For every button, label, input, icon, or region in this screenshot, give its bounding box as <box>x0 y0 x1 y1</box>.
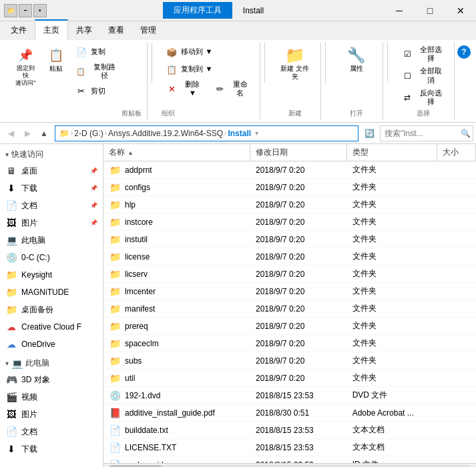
window-controls: ─ □ ✕ <box>384 0 476 21</box>
properties-button[interactable]: 🔧 属性 <box>335 44 377 75</box>
nav-buttons: ◀ ▶ ▲ <box>3 125 52 141</box>
paste-icon: 📋 <box>47 46 65 65</box>
copy-to-label: 复制到 ▼ <box>181 65 212 73</box>
address-path[interactable]: 📁 › 2-D (G:) › Ansys.Additive.19.2.Win64… <box>55 125 359 141</box>
pin-label: 固定到快速访问" <box>14 65 37 86</box>
file-row-license-txt[interactable]: 📄 LICENSE.TXT 2018/8/15 23:53 文本文档 <box>103 439 476 456</box>
sidebar-item-videos[interactable]: 🎬 视频 <box>0 388 103 406</box>
sidebar-item-documents[interactable]: 📄 文档 📌 <box>0 197 103 214</box>
sidebar-item-3d-objects[interactable]: 🎮 3D 对象 <box>0 371 103 388</box>
folder-row-hlp[interactable]: 📁 hlp 2018/9/7 0:20 文件夹 <box>103 196 476 213</box>
folder-row-subs[interactable]: 📁 subs 2018/9/7 0:20 文件夹 <box>103 352 476 370</box>
this-pc-section-header[interactable]: ▾ 💻 此电脑 <box>0 356 103 371</box>
new-folder-button[interactable]: 📁 新建 文件夹 <box>274 44 316 83</box>
sidebar-item-onedrive[interactable]: ☁ OneDrive <box>0 336 103 353</box>
back-button[interactable]: ◀ <box>3 125 19 141</box>
file-row-builddate[interactable]: 📄 builddate.txt 2018/8/15 23:53 文本文档 <box>103 422 476 439</box>
title-bar: 📁 ━ ▾ 应用程序工具 Install ─ □ ✕ <box>0 0 476 21</box>
sidebar-item-magnitude[interactable]: 📁 MAGNiTUDE <box>0 284 103 301</box>
col-date-header[interactable]: 修改日期 <box>250 144 347 161</box>
hscroll-thumb[interactable] <box>109 465 162 467</box>
copy-path-button[interactable]: 📋 复制路径 <box>71 61 122 81</box>
folder-row-prereq[interactable]: 📁 prereq 2018/9/7 0:20 文件夹 <box>103 318 476 335</box>
ribbon-group-open: 🔧 属性 打开 <box>330 43 383 119</box>
sidebar-item-keysight[interactable]: 📁 Keysight <box>0 266 103 284</box>
tab-share[interactable]: 共享 <box>68 19 100 40</box>
desktop-pin-icon: 📌 <box>90 167 97 174</box>
sidebar-item-thispc[interactable]: 💻 此电脑 <box>0 231 103 249</box>
help-button[interactable]: ? <box>457 45 471 59</box>
cut-button[interactable]: ✂ 剪切 <box>71 83 109 99</box>
folder-row-lmcenter[interactable]: 📁 lmcenter 2018/9/7 0:20 文件夹 <box>103 283 476 300</box>
sidebar-item-creative-cloud[interactable]: ☁ Creative Cloud F <box>0 318 103 336</box>
sidebar-item-desktop[interactable]: 🖥 桌面 📌 <box>0 162 103 179</box>
folder-row-manifest[interactable]: 📁 manifest 2018/9/7 0:20 文件夹 <box>103 300 476 318</box>
tab-view[interactable]: 查看 <box>100 19 132 40</box>
file-row-dvd[interactable]: 💿 192-1.dvd 2018/8/15 23:53 DVD 文件 <box>103 387 476 404</box>
folder-row-addprnt[interactable]: 📁 addprnt 2018/9/7 0:20 文件夹 <box>103 161 476 179</box>
col-type-header[interactable]: 类型 <box>347 144 437 161</box>
copy-button[interactable]: 📄 复制 <box>71 44 109 60</box>
sidebar-item-c-drive[interactable]: 💿 0-C (C:) <box>0 249 103 266</box>
folder-row-license[interactable]: 📁 license 2018/9/7 0:20 文件夹 <box>103 248 476 266</box>
delete-rename-row: ✕ 删除 ▼ ✏ 重命名 <box>162 79 254 99</box>
txt-file-icon: 📄 <box>109 425 121 436</box>
folder-row-instutil[interactable]: 📁 instutil 2018/9/7 0:20 文件夹 <box>103 231 476 248</box>
folder-row-spaceclm[interactable]: 📁 spaceclm 2018/9/7 0:20 文件夹 <box>103 335 476 352</box>
file-row-package-id[interactable]: 📄 package.id 2018/8/15 23:53 ID 文件 <box>103 456 476 463</box>
folder-row-util[interactable]: 📁 util 2018/9/7 0:20 文件夹 <box>103 370 476 387</box>
minimize-button[interactable]: ─ <box>384 0 415 21</box>
ribbon-divider-2 <box>264 43 265 83</box>
delete-label: 删除 ▼ <box>181 80 204 97</box>
quick-access-expand-icon: ▾ <box>5 151 9 158</box>
quick-access-icon1: ━ <box>19 4 32 17</box>
close-button[interactable]: ✕ <box>445 0 476 21</box>
ribbon-divider-4 <box>387 43 388 83</box>
horizontal-scrollbar[interactable] <box>103 463 476 467</box>
desktop-label: 桌面 <box>21 165 37 177</box>
select-all-button[interactable]: ☑ 全部选择 <box>397 44 449 64</box>
sidebar-item-documents-thispc[interactable]: 📄 文档 <box>0 423 103 440</box>
txt-license-icon: 📄 <box>109 442 121 453</box>
3d-objects-icon: 🎮 <box>5 374 17 385</box>
move-to-button[interactable]: 📦 移动到 ▼ <box>162 44 254 60</box>
downloads-label: 下载 <box>21 183 37 194</box>
tab-file[interactable]: 文件 <box>3 19 35 40</box>
sidebar-item-pictures[interactable]: 🖼 图片 📌 <box>0 214 103 231</box>
search-input[interactable] <box>380 125 473 141</box>
col-name-header[interactable]: 名称 ▲ <box>103 144 250 161</box>
up-button[interactable]: ▲ <box>36 125 52 141</box>
maximize-button[interactable]: □ <box>415 0 445 21</box>
file-row-pdf[interactable]: 📕 additive_install_guide.pdf 2018/8/30 0… <box>103 404 476 422</box>
folder-type-addprnt: 文件夹 <box>347 163 437 177</box>
copy-to-button[interactable]: 📋 复制到 ▼ <box>162 61 254 77</box>
breadcrumb-1: 2-D (G:) <box>74 129 103 138</box>
copy-label: 复制 <box>91 47 105 56</box>
forward-button[interactable]: ▶ <box>19 125 35 141</box>
invert-select-button[interactable]: ⇄ 反向选择 <box>397 87 449 107</box>
folder-row-instcore[interactable]: 📁 instcore 2018/9/7 0:20 文件夹 <box>103 213 476 231</box>
sidebar-item-pictures-thispc[interactable]: 🖼 图片 <box>0 406 103 423</box>
folder-date-addprnt: 2018/9/7 0:20 <box>250 164 347 176</box>
quick-access-header[interactable]: ▾ 快速访问 <box>0 147 103 162</box>
delete-button[interactable]: ✕ 删除 ▼ <box>162 79 208 99</box>
rename-button[interactable]: ✏ 重命名 <box>210 79 254 99</box>
folder-icon: 📁 <box>109 373 121 384</box>
select-none-button[interactable]: ☐ 全部取消 <box>397 65 449 85</box>
col-size-header[interactable]: 大小 <box>437 144 476 161</box>
pin-button[interactable]: 📌 固定到快速访问" <box>11 44 41 88</box>
folder-row-configs[interactable]: 📁 configs 2018/9/7 0:20 文件夹 <box>103 179 476 196</box>
select-btns: ☑ 全部选择 ☐ 全部取消 ⇄ 反向选择 <box>397 44 449 107</box>
folder-icon: 📁 <box>109 182 121 193</box>
folder-row-licserv[interactable]: 📁 licserv 2018/9/7 0:20 文件夹 <box>103 266 476 283</box>
tab-manage[interactable]: 管理 <box>132 19 164 40</box>
sidebar-item-downloads-thispc[interactable]: ⬇ 下载 <box>0 440 103 458</box>
tab-home[interactable]: 主页 <box>35 19 68 40</box>
select-none-icon: ☐ <box>401 69 414 83</box>
paste-label: 粘贴 <box>49 65 63 73</box>
creative-cloud-label: Creative Cloud F <box>21 322 81 332</box>
refresh-button[interactable]: 🔄 <box>361 125 377 141</box>
sidebar-item-downloads[interactable]: ⬇ 下载 📌 <box>0 179 103 197</box>
sidebar-item-desktop-backup[interactable]: 📁 桌面备份 <box>0 301 103 318</box>
paste-button[interactable]: 📋 粘贴 <box>43 44 69 75</box>
